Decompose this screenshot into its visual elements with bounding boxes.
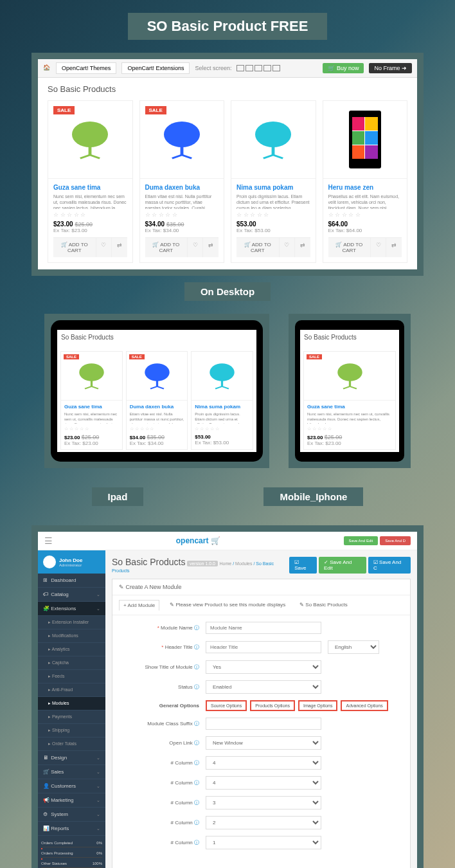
home-icon[interactable]: 🏠 (43, 64, 51, 72)
compare-icon[interactable]: ⇄ (112, 238, 127, 257)
sidebar-item-catalog[interactable]: 🏷 Catalog⌄ (38, 588, 105, 602)
form-label: # Column ⓘ (122, 839, 199, 846)
sidebar-item-sales[interactable]: 🛒 Sales⌄ (38, 765, 105, 779)
sidebar-item-reports[interactable]: 📊 Reports⌄ (38, 822, 105, 836)
admin-sidebar: John DoeAdministrator ⊞ Dashboard🏷 Catal… (38, 550, 105, 868)
sidebar-item-modifications[interactable]: ▸ Modifications (38, 629, 105, 643)
sidebar-item-shipping[interactable]: ▸ Shipping (38, 724, 105, 737)
product-name[interactable]: Guza sane tima (307, 404, 392, 410)
info-icon[interactable]: ⓘ (194, 625, 199, 631)
add-to-cart-button[interactable]: 🛒 ADD TO CART (328, 238, 371, 257)
add-to-cart-button[interactable]: 🛒 ADD TO CART (145, 238, 188, 257)
column-select-3[interactable]: 3 (206, 796, 321, 809)
info-icon[interactable]: ⓘ (194, 644, 199, 650)
module-name-input[interactable] (206, 622, 321, 634)
product-description: Nunc sem nisi, elementum nec sem ut, con… (307, 412, 392, 424)
product-card[interactable]: SALE Guza sane tima Nunc sem nisi, eleme… (60, 351, 123, 450)
info-icon[interactable]: ⓘ (194, 760, 199, 766)
sidebar-item-extension-installer[interactable]: ▸ Extension Installer (38, 616, 105, 629)
stat-row: Orders Processing0% (41, 849, 102, 858)
product-card[interactable]: SALE Duma daxen buka Etiam vitae est nis… (126, 351, 188, 450)
add-to-cart-button[interactable]: 🛒 ADD TO CART (53, 238, 96, 257)
product-card[interactable]: SALE Guza sane tima Nunc sem nisi, eleme… (303, 351, 396, 450)
info-icon[interactable]: ⓘ (194, 664, 199, 670)
info-icon[interactable]: ⓘ (194, 820, 199, 826)
sidebar-item-marketing[interactable]: 📢 Marketing⌄ (38, 793, 105, 808)
save-new-top[interactable]: Save And Edit (344, 536, 379, 545)
themes-tab[interactable]: OpenCart! Themes (56, 62, 116, 74)
form-label: * Module Name ⓘ (122, 624, 199, 631)
save-edit-button[interactable]: ✓ Save And Edit (319, 557, 366, 574)
language-select[interactable]: English (328, 640, 379, 654)
compare-icon[interactable]: ⇄ (295, 238, 310, 257)
extensions-tab[interactable]: OpenCart! Extensions (121, 62, 190, 74)
option-tab[interactable]: Source Options (206, 700, 247, 711)
sidebar-item-feeds[interactable]: ▸ Feeds (38, 670, 105, 683)
sidebar-item-dashboard[interactable]: ⊞ Dashboard (38, 574, 105, 588)
sidebar-item-captcha[interactable]: ▸ Captcha (38, 656, 105, 670)
sidebar-item-analytics[interactable]: ▸ Analytics (38, 643, 105, 656)
info-icon[interactable]: ⓘ (194, 800, 199, 806)
sidebar-item-anti-fraud[interactable]: ▸ Anti-Fraud (38, 683, 105, 697)
buy-now-button[interactable]: 🛒 Buy now (323, 63, 364, 73)
header-title-input[interactable] (206, 641, 321, 653)
sidebar-item-extensions[interactable]: 🧩 Extensions⌄ (38, 602, 105, 616)
column-select-2[interactable]: 4 (206, 776, 321, 790)
product-card[interactable]: Nima suma pokam Proin quis dignissim lac… (231, 100, 316, 263)
product-name[interactable]: Nima suma pokam (195, 404, 249, 410)
column-select-5[interactable]: 1 (206, 836, 321, 849)
save-button[interactable]: ☑ Save (289, 557, 317, 574)
wishlist-icon[interactable]: ♡ (188, 238, 203, 257)
product-name[interactable]: Duma daxen buka (130, 404, 184, 410)
user-block[interactable]: John DoeAdministrator (38, 550, 105, 574)
svg-rect-3 (180, 145, 183, 155)
hamburger-icon[interactable]: ☰ (44, 536, 53, 546)
info-icon[interactable]: ⓘ (194, 840, 199, 845)
product-name[interactable]: Guza sane tima (53, 184, 127, 191)
option-tab[interactable]: Products Options (250, 700, 295, 711)
rating-stars: ☆ ☆ ☆ ☆ ☆ (195, 426, 249, 431)
product-name[interactable]: Guza sane tima (64, 404, 119, 410)
compare-icon[interactable]: ⇄ (386, 238, 402, 257)
open-link-select[interactable]: New Window (206, 736, 321, 750)
info-icon[interactable]: ⓘ (194, 721, 199, 727)
info-icon[interactable]: ⓘ (194, 684, 199, 690)
suffix-input[interactable] (206, 718, 321, 730)
product-card[interactable]: Nima suma pokam Proin quis dignissim lac… (191, 351, 253, 450)
product-card[interactable]: Heru mase zen Phasellus ac elit elit. Na… (323, 100, 408, 263)
tab-current[interactable]: ✎ So Basic Products (296, 600, 352, 610)
sidebar-item-order-totals[interactable]: ▸ Order Totals (38, 737, 105, 751)
sidebar-item-system[interactable]: ⚙ System⌄ (38, 808, 105, 822)
product-card[interactable]: SALE Guza sane tima Nunc sem nisi, eleme… (48, 100, 133, 263)
sidebar-item-payments[interactable]: ▸ Payments (38, 710, 105, 724)
product-name[interactable]: Duma daxen buka (145, 184, 219, 191)
show-title-select[interactable]: Yes (206, 660, 321, 674)
screen-selector[interactable] (236, 65, 280, 71)
compare-icon[interactable]: ⇄ (203, 238, 219, 257)
backend-preview-panel: ☰ opencart 🛒 Save And Edit Save And D Jo… (31, 525, 424, 868)
status-select[interactable]: Enabled (206, 680, 321, 694)
info-icon[interactable]: ⓘ (194, 780, 199, 786)
no-frame-button[interactable]: No Frame ➜ (369, 63, 412, 73)
form-row: # Column ⓘ3 (122, 796, 400, 809)
column-select-4[interactable]: 2 (206, 816, 321, 829)
product-name[interactable]: Nima suma pokam (236, 184, 310, 191)
column-select-1[interactable]: 4 (206, 756, 321, 770)
tab-info[interactable]: ✎ Please view Product to see this module… (166, 600, 289, 610)
product-price: $23.00 $25.00 (53, 221, 127, 228)
product-card[interactable]: SALE Duma daxen buka Etiam vitae est nis… (139, 100, 225, 263)
info-icon[interactable]: ⓘ (194, 740, 199, 746)
wishlist-icon[interactable]: ♡ (96, 238, 112, 257)
option-tab[interactable]: Image Options (298, 700, 338, 711)
sidebar-item-customers[interactable]: 👤 Customers⌄ (38, 779, 105, 793)
sidebar-item-modules[interactable]: ▸ Modules (38, 697, 105, 710)
product-name[interactable]: Heru mase zen (328, 184, 402, 191)
wishlist-icon[interactable]: ♡ (280, 238, 295, 257)
save-del-top[interactable]: Save And D (380, 536, 411, 545)
tab-add-module[interactable]: + Add Module (119, 600, 159, 611)
add-to-cart-button[interactable]: 🛒 ADD TO CART (236, 238, 280, 257)
sidebar-item-design[interactable]: 🖥 Design⌄ (38, 751, 105, 765)
option-tab[interactable]: Advanced Options (341, 700, 388, 711)
save-new-button[interactable]: ☑ Save And C (368, 557, 411, 574)
wishlist-icon[interactable]: ♡ (371, 238, 386, 257)
